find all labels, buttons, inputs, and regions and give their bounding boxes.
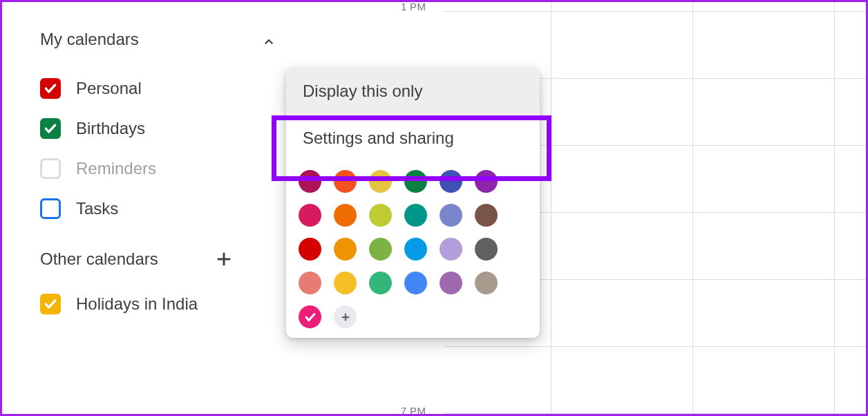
checkbox-birthdays[interactable] xyxy=(40,118,61,139)
color-picker xyxy=(286,162,514,328)
my-calendars-header[interactable]: My calendars xyxy=(40,23,275,56)
menu-display-this-only[interactable]: Display this only xyxy=(286,68,540,115)
checkbox-tasks[interactable] xyxy=(40,198,61,219)
color-swatch[interactable] xyxy=(475,170,498,193)
other-calendars-header[interactable]: Other calendars xyxy=(40,243,275,276)
color-swatch[interactable] xyxy=(475,272,498,294)
calendar-item-reminders[interactable]: Reminders xyxy=(40,149,275,189)
color-swatch-selected[interactable] xyxy=(299,305,321,328)
add-custom-color-icon[interactable] xyxy=(334,305,357,328)
checkbox-holidays[interactable] xyxy=(40,294,61,314)
color-swatch[interactable] xyxy=(369,272,392,294)
color-swatch[interactable] xyxy=(299,204,321,227)
calendar-label: Holidays in India xyxy=(76,294,198,314)
other-calendars-label: Other calendars xyxy=(40,249,158,269)
other-calendars-list: Holidays in India xyxy=(40,276,275,324)
add-calendar-icon[interactable] xyxy=(214,249,234,269)
color-swatch[interactable] xyxy=(440,170,462,193)
menu-settings-and-sharing[interactable]: Settings and sharing xyxy=(286,115,540,162)
color-swatch[interactable] xyxy=(334,238,357,261)
color-swatch[interactable] xyxy=(299,170,321,193)
chevron-up-icon[interactable] xyxy=(263,33,275,46)
color-swatch[interactable] xyxy=(369,204,392,227)
checkbox-reminders[interactable] xyxy=(40,158,61,179)
calendar-item-tasks[interactable]: Tasks xyxy=(40,189,275,229)
color-swatch[interactable] xyxy=(369,238,392,261)
color-swatch[interactable] xyxy=(475,204,498,227)
my-calendars-label: My calendars xyxy=(40,30,139,49)
sidebar: My calendars Personal Birthdays Reminder… xyxy=(40,23,275,324)
color-swatch[interactable] xyxy=(440,204,462,227)
calendar-options-popover: Display this only Settings and sharing xyxy=(286,68,540,338)
calendar-label: Personal xyxy=(76,79,142,98)
color-swatch[interactable] xyxy=(299,272,321,294)
color-swatch[interactable] xyxy=(334,272,357,294)
calendar-item-birthdays[interactable]: Birthdays xyxy=(40,108,275,149)
color-swatch[interactable] xyxy=(404,272,427,294)
color-swatch[interactable] xyxy=(369,170,392,193)
color-swatch[interactable] xyxy=(440,238,462,261)
calendar-label: Birthdays xyxy=(76,119,145,138)
color-swatch[interactable] xyxy=(404,238,427,261)
checkbox-personal[interactable] xyxy=(40,78,61,99)
color-swatch[interactable] xyxy=(404,170,427,193)
color-swatch[interactable] xyxy=(440,272,462,294)
time-label-top: 1 PM xyxy=(401,1,426,12)
color-swatch[interactable] xyxy=(334,204,357,227)
time-label-bottom: 7 PM xyxy=(401,405,426,416)
color-swatch[interactable] xyxy=(404,204,427,227)
calendar-label: Reminders xyxy=(76,159,156,178)
color-swatch[interactable] xyxy=(334,170,357,193)
calendar-item-holidays[interactable]: Holidays in India xyxy=(40,284,275,324)
my-calendars-list: Personal Birthdays Reminders Tasks xyxy=(40,56,275,229)
color-swatch[interactable] xyxy=(299,238,321,261)
calendar-label: Tasks xyxy=(76,199,118,218)
calendar-item-personal[interactable]: Personal xyxy=(40,68,275,108)
color-swatch[interactable] xyxy=(475,238,498,261)
